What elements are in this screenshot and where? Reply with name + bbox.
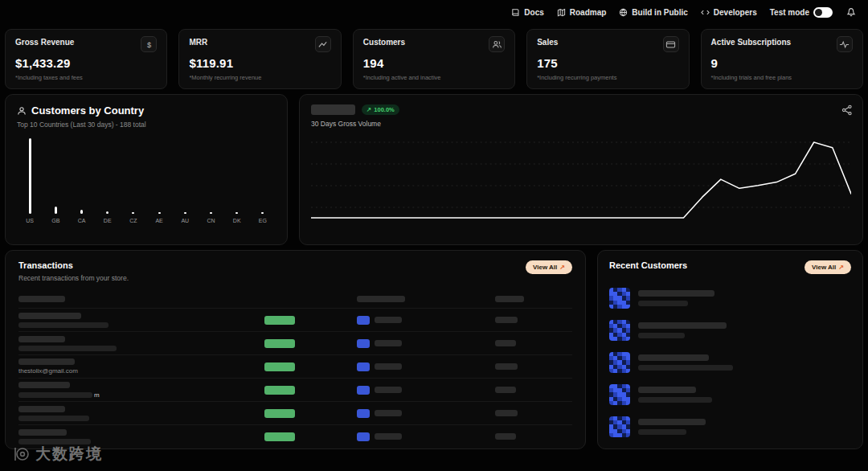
bar-ca: CA bbox=[68, 138, 94, 223]
stat-title: Customers bbox=[363, 38, 405, 47]
percent-change-value: 100.0% bbox=[374, 106, 394, 113]
redacted-date bbox=[495, 433, 516, 440]
customer-list-item[interactable] bbox=[609, 282, 851, 314]
transaction-row[interactable]: thestolix@gmail.com bbox=[18, 354, 572, 378]
bar-value bbox=[29, 138, 31, 214]
product-badge bbox=[357, 432, 370, 441]
transaction-row[interactable] bbox=[18, 308, 572, 331]
nav-developers[interactable]: Developers bbox=[701, 8, 757, 17]
bar-gb: GB bbox=[43, 138, 68, 223]
recent-customers-title: Recent Customers bbox=[609, 260, 687, 270]
redacted-email bbox=[18, 439, 91, 444]
customer-list-item[interactable] bbox=[609, 411, 851, 443]
test-mode-control: Test mode bbox=[770, 7, 833, 18]
nav-docs-label: Docs bbox=[524, 8, 543, 17]
transactions-view-all-button[interactable]: View All ↗ bbox=[526, 260, 572, 274]
volume-card-subtitle: 30 Days Gross Volume bbox=[311, 120, 851, 128]
bar-label: CA bbox=[78, 218, 86, 223]
bar-value bbox=[55, 207, 57, 214]
trend-arrow-icon: ↗ bbox=[366, 106, 371, 113]
redacted-header bbox=[18, 296, 65, 302]
nav-roadmap[interactable]: Roadmap bbox=[557, 8, 607, 17]
bar-label: CZ bbox=[129, 218, 137, 223]
redacted-email bbox=[18, 346, 117, 351]
globe-icon bbox=[619, 8, 628, 17]
bar-label: GB bbox=[51, 218, 59, 223]
customer-list-item[interactable] bbox=[609, 379, 851, 411]
stat-note: *Including trials and free plans bbox=[711, 74, 853, 81]
bar-label: DE bbox=[104, 218, 112, 223]
stat-card-sales: Sales175*Including recurring payments bbox=[526, 29, 689, 89]
stat-note: *Including active and inactive bbox=[363, 74, 505, 81]
stat-note: *Including recurring payments bbox=[537, 74, 678, 81]
test-mode-toggle[interactable] bbox=[813, 7, 833, 18]
redacted-date bbox=[495, 363, 518, 370]
bar-value bbox=[106, 211, 108, 214]
external-arrow-icon: ↗ bbox=[838, 264, 844, 271]
redacted-name bbox=[18, 382, 70, 388]
middle-row: Customers by Country Top 10 Countries (L… bbox=[5, 94, 863, 245]
transaction-row[interactable]: m bbox=[18, 378, 572, 401]
product-badge bbox=[357, 409, 370, 418]
redacted-customer-text bbox=[638, 301, 688, 306]
redacted-header bbox=[357, 296, 405, 302]
bar-de: DE bbox=[95, 138, 121, 223]
bar-value bbox=[210, 212, 212, 214]
svg-text:$: $ bbox=[147, 40, 151, 48]
redacted-volume-title bbox=[311, 104, 355, 115]
product-badge bbox=[357, 386, 370, 395]
bar-label: US bbox=[26, 218, 34, 223]
bar-us: US bbox=[17, 138, 43, 223]
transaction-row[interactable] bbox=[18, 424, 572, 448]
users-icon bbox=[489, 36, 505, 52]
stat-note: *Monthly recurring revenue bbox=[189, 74, 330, 81]
amount-badge bbox=[264, 386, 295, 395]
redacted-email bbox=[18, 392, 92, 398]
transaction-row[interactable] bbox=[18, 401, 572, 424]
credit-card-icon bbox=[663, 36, 679, 52]
redacted-customer-text bbox=[638, 387, 696, 393]
customer-avatar bbox=[609, 384, 630, 405]
bar-value bbox=[132, 212, 134, 214]
external-arrow-icon: ↗ bbox=[559, 264, 565, 271]
notifications-bell-icon[interactable] bbox=[845, 6, 857, 18]
redacted-name bbox=[18, 406, 65, 412]
product-badge bbox=[357, 316, 370, 325]
redacted-product bbox=[375, 433, 402, 440]
stat-value: 194 bbox=[363, 56, 505, 70]
recent-customers-view-all-button[interactable]: View All ↗ bbox=[805, 260, 851, 274]
stat-title: Active Subscriptions bbox=[711, 38, 791, 47]
transaction-row[interactable] bbox=[18, 331, 572, 354]
customer-list-item[interactable] bbox=[609, 314, 851, 346]
nav-build-in-public[interactable]: Build in Public bbox=[619, 8, 687, 17]
topbar: Docs Roadmap Build in Public Developers … bbox=[0, 0, 868, 24]
recent-customers-list bbox=[609, 282, 851, 449]
customer-avatar bbox=[609, 288, 630, 309]
trending-up-icon bbox=[315, 36, 331, 52]
customer-list-item[interactable] bbox=[609, 443, 851, 449]
customer-list-item[interactable] bbox=[609, 346, 851, 379]
customer-avatar bbox=[609, 416, 630, 437]
redacted-product bbox=[375, 317, 402, 323]
redacted-customer-text bbox=[638, 397, 712, 403]
user-icon bbox=[17, 106, 27, 116]
redacted-product bbox=[375, 340, 402, 346]
amount-badge bbox=[264, 409, 295, 418]
redacted-email bbox=[18, 322, 108, 328]
bar-value bbox=[80, 210, 83, 214]
amount-badge bbox=[264, 432, 295, 441]
nav-docs[interactable]: Docs bbox=[511, 8, 543, 17]
stat-title: Sales bbox=[537, 38, 558, 47]
customer-avatar bbox=[609, 320, 630, 341]
stat-value: $119.91 bbox=[189, 56, 330, 70]
share-icon[interactable] bbox=[841, 104, 853, 116]
customer-avatar bbox=[609, 448, 630, 449]
dollar-icon: $ bbox=[141, 36, 157, 52]
bar-value bbox=[235, 212, 238, 214]
view-all-label: View All bbox=[812, 264, 836, 271]
gross-volume-line-chart bbox=[311, 134, 851, 224]
transactions-title: Transactions bbox=[18, 260, 129, 270]
bar-label: DK bbox=[233, 218, 241, 223]
transactions-table: thestolix@gmail.comm bbox=[18, 290, 572, 448]
amount-badge bbox=[264, 339, 295, 348]
